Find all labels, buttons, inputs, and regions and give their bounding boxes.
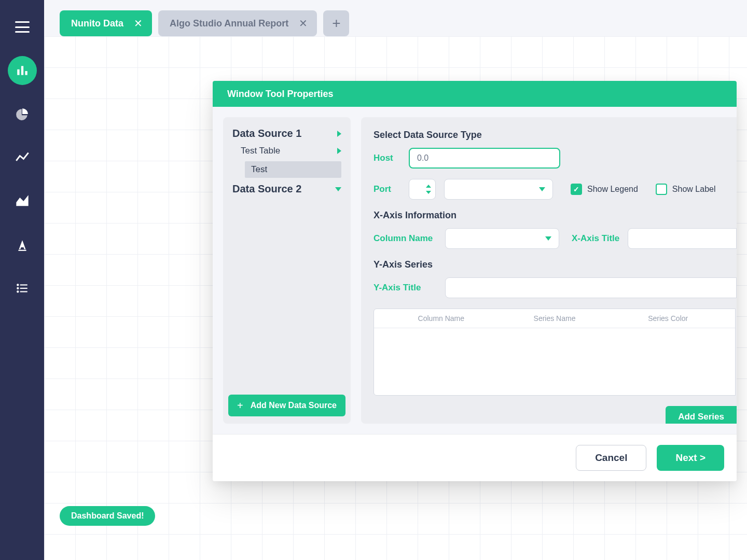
modal-title: Window Tool Properties [213, 81, 737, 107]
show-legend-label: Show Legend [587, 185, 638, 194]
bar-chart-icon[interactable] [8, 56, 37, 85]
datasource-label: Data Source 2 [232, 183, 301, 195]
list-icon[interactable] [8, 274, 37, 303]
close-icon[interactable]: ✕ [134, 17, 143, 30]
toast-dashboard-saved: Dashboard Saved! [60, 506, 155, 526]
add-datasource-label: Add New Data Source [251, 401, 337, 410]
port-dropdown[interactable] [444, 179, 553, 200]
xaxis-title-input[interactable] [628, 228, 737, 249]
tab-label: Nunito Data [71, 18, 123, 29]
tab-nunito-data[interactable]: Nunito Data ✕ [60, 10, 152, 36]
section-source-type: Select Data Source Type [374, 130, 737, 141]
series-col-column: Column Name [384, 314, 498, 323]
add-tab-button[interactable]: + [323, 10, 349, 36]
datasource-column-item[interactable]: Test [245, 161, 341, 178]
yaxis-title-label: Y-Axis Title [374, 283, 437, 293]
svg-rect-2 [25, 71, 27, 75]
series-table-header: Column Name Series Name Series Color [374, 309, 735, 328]
datasource-label: Data Source 1 [232, 128, 301, 139]
yaxis-title-input[interactable] [445, 277, 737, 298]
caret-down-icon [335, 187, 341, 191]
svg-rect-0 [17, 69, 19, 75]
datasource-table-item[interactable]: Test Table [228, 143, 345, 159]
tab-algo-studio[interactable]: Algo Studio Annual Report ✕ [158, 10, 317, 36]
pie-chart-icon[interactable] [8, 100, 37, 129]
plus-icon: + [237, 400, 243, 412]
series-col-name: Series Name [498, 314, 612, 323]
show-legend-checkbox[interactable] [571, 184, 582, 195]
menu-icon[interactable] [8, 12, 37, 41]
form-panel: Select Data Source Type Host Port Show L… [361, 117, 737, 424]
section-xaxis: X-Axis Information [374, 210, 737, 221]
caret-down-icon [545, 236, 551, 241]
series-table: Column Name Series Name Series Color [374, 309, 736, 396]
datasource-panel: Data Source 1 Test Table Test Data Sourc… [223, 117, 351, 424]
next-button[interactable]: Next > [657, 445, 724, 471]
series-col-color: Series Color [611, 314, 725, 323]
host-label: Host [374, 153, 400, 163]
section-yseries: Y-Axis Series [374, 259, 737, 270]
tab-label: Algo Studio Annual Report [170, 18, 288, 29]
xaxis-title-label: X-Axis Title [572, 233, 619, 244]
area-chart-icon[interactable] [8, 187, 37, 216]
modal-body: Data Source 1 Test Table Test Data Sourc… [213, 107, 737, 434]
port-stepper[interactable] [409, 179, 436, 200]
modal-footer: Cancel Next > [213, 434, 737, 481]
host-input[interactable] [409, 148, 560, 169]
column-name-dropdown[interactable] [445, 228, 559, 249]
svg-rect-10 [20, 291, 27, 292]
svg-rect-8 [20, 288, 27, 289]
caret-down-icon [539, 187, 545, 191]
port-label: Port [374, 184, 400, 194]
svg-rect-4 [18, 250, 26, 251]
svg-point-9 [17, 290, 19, 292]
show-label-label: Show Label [672, 185, 716, 194]
caret-right-icon [337, 131, 341, 137]
sidebar-rail [0, 0, 44, 560]
svg-rect-6 [20, 284, 27, 285]
svg-marker-3 [16, 195, 28, 206]
text-style-icon[interactable] [8, 230, 37, 259]
svg-point-5 [17, 284, 19, 286]
datasource-tree: Data Source 1 Test Table Test Data Sourc… [228, 124, 345, 395]
caret-right-icon [337, 148, 341, 154]
add-datasource-button[interactable]: + Add New Data Source [228, 395, 345, 416]
datasource-table-label: Test Table [241, 146, 280, 156]
line-chart-icon[interactable] [8, 143, 37, 172]
svg-rect-1 [21, 66, 23, 75]
document-tabs: Nunito Data ✕ Algo Studio Annual Report … [60, 10, 349, 36]
cancel-button[interactable]: Cancel [576, 445, 646, 471]
window-tool-properties-modal: Window Tool Properties Data Source 1 Tes… [213, 81, 737, 481]
show-label-checkbox[interactable] [656, 184, 667, 195]
column-name-label: Column Name [374, 233, 437, 244]
datasource-item[interactable]: Data Source 2 [228, 180, 345, 198]
close-icon[interactable]: ✕ [299, 17, 308, 30]
datasource-item[interactable]: Data Source 1 [228, 124, 345, 143]
svg-point-7 [17, 287, 19, 289]
add-series-button[interactable]: Add Series [666, 406, 737, 424]
